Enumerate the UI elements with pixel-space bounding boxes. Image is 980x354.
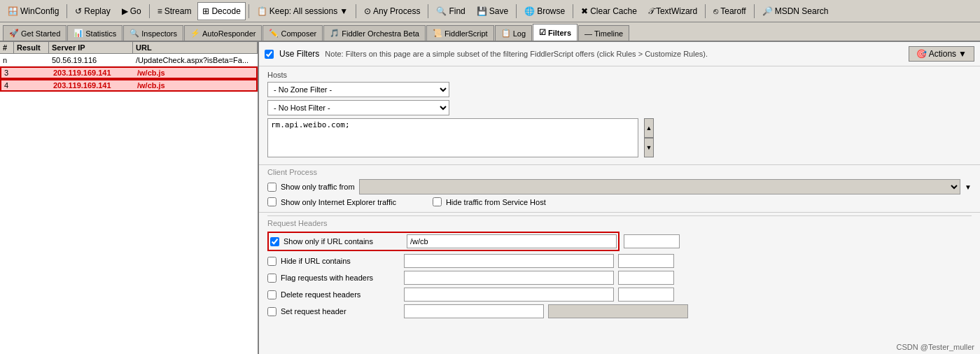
tab-orchestra-icon: 🎵: [330, 29, 340, 38]
hide-url-checkbox[interactable]: [267, 257, 276, 266]
replay-icon: ↺: [75, 6, 82, 16]
session-id: 3: [1, 68, 15, 78]
tearoff-button[interactable]: ⎋ Tearoff: [708, 2, 750, 20]
flag-requests-extra-input[interactable]: [618, 271, 674, 285]
tab-composer-icon: ✏️: [269, 29, 279, 38]
flag-requests-input[interactable]: [404, 271, 614, 285]
session-serverip: 203.119.169.141: [50, 68, 134, 78]
tab-fiddlerscript[interactable]: 📜 FiddlerScript: [426, 25, 494, 41]
host-filter-row: - No Host Filter -: [267, 100, 972, 115]
set-header-row: Set request header: [267, 304, 972, 318]
request-headers-section: Request Headers Show only if URL contain…: [259, 212, 980, 324]
delete-headers-extra-input[interactable]: [618, 288, 674, 302]
tab-fiddler-orchestra[interactable]: 🎵 Fiddler Orchestra Beta: [323, 25, 426, 41]
stream-button[interactable]: ≡ Stream: [153, 2, 197, 20]
tab-get-started[interactable]: 🚀 Get Started: [3, 25, 66, 41]
separator-8: [705, 4, 706, 18]
session-result: [15, 72, 50, 73]
table-row[interactable]: 4 203.119.169.141 /w/cb.js: [0, 79, 258, 92]
msdn-search-button[interactable]: 🔎 MSDN Search: [757, 2, 834, 20]
decode-button[interactable]: ⊞ Decode: [197, 2, 245, 20]
textarea-scrollup[interactable]: ▲: [644, 118, 654, 138]
process-icon: ⊙: [364, 6, 371, 16]
separator-2: [149, 4, 150, 18]
tab-inspectors-icon: 🔍: [130, 29, 139, 38]
col-header-hash: #: [0, 42, 14, 53]
textwizard-button[interactable]: 𝒯 TextWizard: [643, 2, 702, 20]
session-url: /w/cb.js: [134, 68, 256, 78]
hide-service-checkbox[interactable]: [433, 197, 442, 206]
session-url: /w/cb.js: [134, 80, 256, 90]
winconfig-button[interactable]: 🪟 WinConfig: [3, 2, 64, 20]
url-contains-extra-input[interactable]: [624, 234, 680, 248]
col-header-serverip: Server IP: [49, 42, 133, 53]
delete-headers-checkbox[interactable]: [267, 290, 276, 299]
tab-timeline[interactable]: — Timeline: [578, 25, 629, 41]
delete-headers-input[interactable]: [404, 288, 614, 302]
session-list: n 50.56.19.116 /UpdateCheck.aspx?isBeta=…: [0, 54, 258, 354]
show-traffic-row: Show only traffic from ▼: [267, 179, 972, 194]
session-header: # Result Server IP URL: [0, 42, 258, 54]
keep-dropdown-icon: ▼: [340, 6, 348, 16]
col-header-result: Result: [14, 42, 49, 53]
tab-composer[interactable]: ✏️ Composer: [262, 25, 323, 41]
filter-pane: Use Filters Note: Filters on this page a…: [259, 42, 980, 354]
find-icon: 🔍: [436, 6, 447, 16]
use-filters-label[interactable]: Use Filters: [279, 49, 319, 59]
browse-button[interactable]: 🌐 Browse: [519, 2, 570, 20]
table-row[interactable]: n 50.56.19.116 /UpdateCheck.aspx?isBeta=…: [0, 54, 258, 66]
tab-autoresponder[interactable]: ⚡ AutoResponder: [184, 25, 262, 41]
find-button[interactable]: 🔍 Find: [431, 2, 470, 20]
separator-5: [428, 4, 428, 18]
clear-cache-icon: ✖: [581, 6, 588, 16]
actions-dropdown-icon: ▼: [958, 49, 967, 59]
tab-timeline-icon: —: [584, 29, 592, 38]
set-header-value-input[interactable]: [548, 304, 688, 318]
any-process-button[interactable]: ⊙ Any Process: [359, 2, 425, 20]
separator-6: [516, 4, 517, 18]
tab-get-started-icon: 🚀: [9, 29, 19, 38]
separator-1: [66, 4, 67, 18]
tab-filters[interactable]: ☑ Filters: [533, 24, 578, 41]
winconfig-icon: 🪟: [8, 6, 18, 16]
process-select[interactable]: [359, 179, 961, 194]
host-filter-select[interactable]: - No Host Filter -: [267, 100, 449, 115]
separator-7: [573, 4, 573, 18]
zone-filter-select[interactable]: - No Zone Filter -: [267, 82, 449, 97]
tab-inspectors[interactable]: 🔍 Inspectors: [123, 25, 183, 41]
table-row[interactable]: 3 203.119.169.141 /w/cb.js: [0, 66, 258, 79]
tab-statistics-icon: 📊: [74, 29, 83, 38]
set-header-name-input[interactable]: [404, 304, 544, 318]
clear-cache-button[interactable]: ✖ Clear Cache: [576, 2, 642, 20]
hide-service-label: Hide traffic from Service Host: [446, 198, 546, 206]
replay-button[interactable]: ↺ Replay: [70, 2, 115, 20]
actions-icon: 🎯: [916, 49, 927, 59]
textarea-scrolldown[interactable]: ▼: [644, 138, 654, 157]
set-header-checkbox[interactable]: [267, 307, 276, 316]
hosts-textarea[interactable]: [267, 118, 638, 157]
ie-traffic-row: Show only Internet Explorer traffic Hide…: [267, 197, 972, 206]
url-contains-input[interactable]: [407, 234, 617, 248]
hide-url-input[interactable]: [404, 254, 614, 268]
tab-log[interactable]: 📋 Log: [495, 25, 532, 41]
show-url-checkbox[interactable]: [270, 237, 279, 246]
ie-traffic-checkbox[interactable]: [267, 197, 276, 206]
main-toolbar: 🪟 WinConfig ↺ Replay ▶ Go ≡ Stream ⊞ Dec…: [0, 0, 980, 22]
stream-icon: ≡: [158, 6, 162, 16]
flag-requests-checkbox[interactable]: [267, 274, 276, 283]
session-result: [14, 59, 49, 61]
show-traffic-checkbox[interactable]: [267, 183, 276, 192]
delete-headers-row: Delete request headers: [267, 288, 972, 302]
hide-url-extra-input[interactable]: [618, 254, 674, 268]
hosts-textarea-row: ▲ ▼: [267, 118, 972, 157]
save-button[interactable]: 💾 Save: [472, 2, 513, 20]
go-button[interactable]: ▶ Go: [117, 2, 146, 20]
use-filters-checkbox[interactable]: [265, 50, 274, 59]
actions-button[interactable]: 🎯 Actions ▼: [909, 46, 974, 62]
keep-button[interactable]: 📋 Keep: All sessions ▼: [252, 2, 353, 20]
save-icon: 💾: [477, 6, 487, 16]
session-serverip: 203.119.169.141: [50, 80, 134, 90]
tab-statistics[interactable]: 📊 Statistics: [67, 25, 122, 41]
session-url: /UpdateCheck.aspx?isBeta=Fa...: [133, 55, 258, 65]
keep-icon: 📋: [257, 6, 267, 16]
